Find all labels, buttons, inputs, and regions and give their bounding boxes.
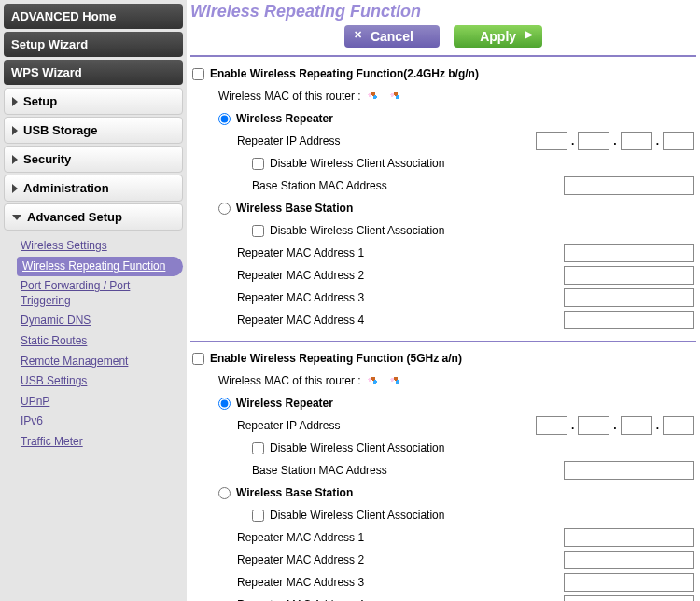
dot-separator: . <box>571 134 574 147</box>
rmac2-24-input[interactable] <box>564 266 694 285</box>
dot-separator: . <box>656 419 659 432</box>
cancel-button[interactable]: Cancel <box>344 25 440 48</box>
nav-wireless-repeating[interactable]: Wireless Repeating Function <box>17 257 183 277</box>
sidebar: ADVANCED Home Setup Wizard WPS Wizard Se… <box>0 0 187 601</box>
nav-ipv6[interactable]: IPv6 <box>17 412 183 432</box>
enable-24ghz-label: Enable Wireless Repeating Function(2.4GH… <box>210 67 479 80</box>
caret-right-icon <box>12 184 18 193</box>
repeater-ip-5-oct2[interactable] <box>578 416 609 435</box>
nav-cat-usb[interactable]: USB Storage <box>4 117 183 144</box>
base-mac-24-input[interactable] <box>564 176 694 195</box>
nav-cat-setup-label: Setup <box>23 94 57 108</box>
nav-wireless-settings[interactable]: Wireless Settings <box>17 236 183 257</box>
nav-cat-security[interactable]: Security <box>4 146 183 173</box>
caret-down-icon <box>12 215 21 220</box>
section-5ghz: Enable Wireless Repeating Function (5GHz… <box>190 347 696 601</box>
caret-right-icon <box>12 155 18 164</box>
mac-of-router-24-label: Wireless MAC of this router : <box>218 90 361 103</box>
disable-assoc-5-rep-label: Disable Wireless Client Association <box>270 441 444 454</box>
nav-port-forwarding[interactable]: Port Forwarding / Port Triggering <box>17 276 183 311</box>
repeater-ip-5-oct3[interactable] <box>621 416 652 435</box>
nav-remote-mgmt[interactable]: Remote Management <box>17 352 183 372</box>
apply-button[interactable]: Apply <box>454 25 542 48</box>
nav-upnp[interactable]: UPnP <box>17 392 183 412</box>
dot-separator: . <box>613 419 616 432</box>
mac-address-graphic <box>365 375 404 386</box>
rmac3-24-label: Repeater MAC Address 3 <box>237 291 564 304</box>
dot-separator: . <box>571 419 574 432</box>
caret-right-icon <box>12 97 18 106</box>
nav-setup-wizard[interactable]: Setup Wizard <box>4 32 183 57</box>
nav-cat-security-label: Security <box>23 152 71 166</box>
disable-assoc-24-base-checkbox[interactable] <box>252 225 264 237</box>
rmac1-24-input[interactable] <box>564 244 694 262</box>
disable-assoc-24-base-label: Disable Wireless Client Association <box>270 224 444 237</box>
repeater-5-radio[interactable] <box>218 398 231 410</box>
enable-24ghz-checkbox[interactable] <box>192 68 204 80</box>
enable-5ghz-checkbox[interactable] <box>192 353 204 365</box>
base-24-radio[interactable] <box>218 203 231 215</box>
nav-wps-wizard[interactable]: WPS Wizard <box>4 60 183 85</box>
disable-assoc-5-base-label: Disable Wireless Client Association <box>270 509 444 522</box>
disable-assoc-5-base-checkbox[interactable] <box>252 510 264 522</box>
disable-assoc-24-rep-checkbox[interactable] <box>252 158 264 170</box>
nav-static-routes[interactable]: Static Routes <box>17 331 183 352</box>
rmac4-24-label: Repeater MAC Address 4 <box>237 314 564 327</box>
rmac3-24-input[interactable] <box>564 288 694 307</box>
rmac2-5-label: Repeater MAC Address 2 <box>237 553 564 566</box>
mac-address-graphic <box>365 91 404 102</box>
repeater-ip-24-oct1[interactable] <box>536 132 567 150</box>
rmac3-5-label: Repeater MAC Address 3 <box>237 576 564 589</box>
repeater-ip-5-label: Repeater IP Address <box>237 419 536 432</box>
rmac2-24-label: Repeater MAC Address 2 <box>237 269 564 282</box>
repeater-ip-5-oct4[interactable] <box>663 416 694 435</box>
nav-cat-admin-label: Administration <box>23 181 109 195</box>
rmac2-5-input[interactable] <box>564 551 694 569</box>
dot-separator: . <box>656 134 659 147</box>
base-mac-24-label: Base Station MAC Address <box>252 179 564 192</box>
rmac4-5-input[interactable] <box>564 595 694 601</box>
rmac1-5-input[interactable] <box>564 528 694 547</box>
page-title: Wireless Repeating Function <box>190 0 696 23</box>
nav-traffic-meter[interactable]: Traffic Meter <box>17 432 183 453</box>
repeater-24-radio[interactable] <box>218 113 231 125</box>
separator <box>190 341 696 342</box>
rmac4-24-input[interactable] <box>564 311 694 329</box>
main-content: Wireless Repeating Function Cancel Apply… <box>187 0 700 601</box>
nav-cat-adv-label: Advanced Setup <box>27 210 122 224</box>
nav-usb-settings[interactable]: USB Settings <box>17 371 183 392</box>
caret-right-icon <box>12 126 18 135</box>
repeater-5-label: Wireless Repeater <box>236 397 333 410</box>
nav-cat-setup[interactable]: Setup <box>4 88 183 115</box>
button-bar: Cancel Apply <box>190 23 696 53</box>
repeater-24-label: Wireless Repeater <box>236 112 333 125</box>
mac-of-router-5-label: Wireless MAC of this router : <box>218 374 361 387</box>
nav-dynamic-dns[interactable]: Dynamic DNS <box>17 311 183 331</box>
repeater-ip-24-oct3[interactable] <box>621 132 652 150</box>
nav-cat-admin[interactable]: Administration <box>4 175 183 202</box>
dot-separator: . <box>613 134 616 147</box>
enable-5ghz-label: Enable Wireless Repeating Function (5GHz… <box>210 352 462 365</box>
disable-assoc-24-rep-label: Disable Wireless Client Association <box>270 157 444 170</box>
repeater-ip-5-oct1[interactable] <box>536 416 567 435</box>
nav-cat-advanced-setup[interactable]: Advanced Setup <box>4 203 183 231</box>
separator <box>190 55 696 57</box>
section-24ghz: Enable Wireless Repeating Function(2.4GH… <box>190 63 696 335</box>
base-24-label: Wireless Base Station <box>236 202 353 215</box>
rmac1-5-label: Repeater MAC Address 1 <box>237 531 564 544</box>
base-5-radio[interactable] <box>218 487 231 499</box>
advanced-setup-subitems: Wireless Settings Wireless Repeating Fun… <box>4 232 183 456</box>
disable-assoc-5-rep-checkbox[interactable] <box>252 442 264 454</box>
nav-cat-usb-label: USB Storage <box>23 123 97 137</box>
repeater-ip-24-oct4[interactable] <box>663 132 694 150</box>
rmac3-5-input[interactable] <box>564 573 694 592</box>
base-mac-5-input[interactable] <box>564 461 694 480</box>
rmac1-24-label: Repeater MAC Address 1 <box>237 246 564 259</box>
repeater-ip-24-oct2[interactable] <box>578 132 609 150</box>
repeater-ip-24-label: Repeater IP Address <box>237 134 536 147</box>
nav-advanced-home[interactable]: ADVANCED Home <box>4 4 183 29</box>
base-5-label: Wireless Base Station <box>236 486 353 499</box>
base-mac-5-label: Base Station MAC Address <box>252 464 564 477</box>
